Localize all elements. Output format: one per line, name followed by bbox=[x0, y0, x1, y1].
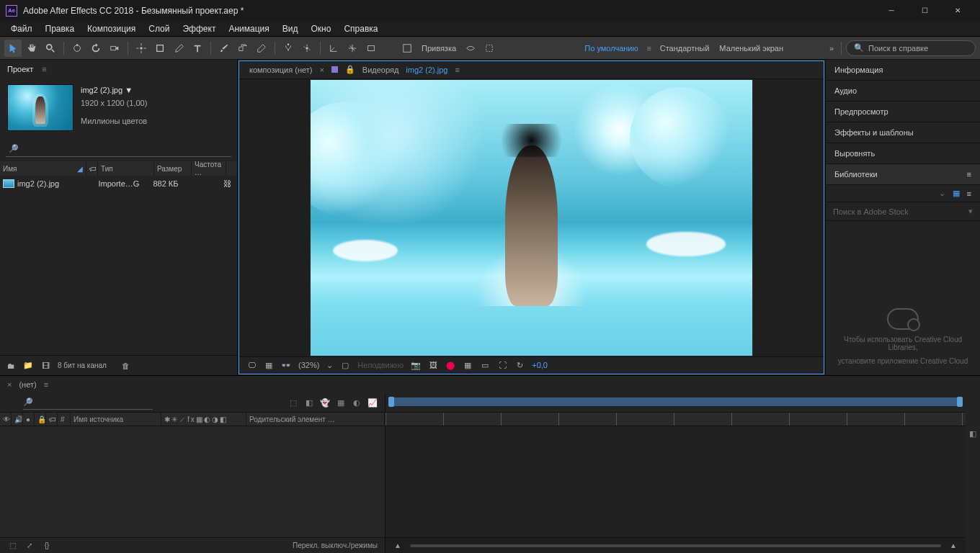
orbit-tool[interactable] bbox=[68, 40, 86, 57]
viewer-file-tab[interactable]: img2 (2).jpg bbox=[406, 66, 447, 74]
world-axis-icon[interactable] bbox=[344, 40, 361, 57]
eraser-tool[interactable] bbox=[253, 40, 270, 57]
close-button[interactable]: ✕ bbox=[941, 0, 974, 21]
panel-libraries[interactable]: Библиотеки≡ bbox=[826, 164, 980, 185]
menu-edit[interactable]: Правка bbox=[39, 22, 81, 35]
flowchart-icon[interactable]: ⛓ bbox=[220, 179, 237, 188]
zoom-slider[interactable] bbox=[410, 544, 941, 547]
3d-view-icon[interactable]: 👓 bbox=[281, 360, 291, 370]
time-navigator[interactable] bbox=[386, 393, 966, 412]
panel-menu-icon[interactable]: ≡ bbox=[967, 170, 971, 179]
zoom-in-icon[interactable]: ▲ bbox=[948, 541, 958, 551]
panel-audio[interactable]: Аудио bbox=[826, 81, 980, 102]
comp-none-tab[interactable]: композиция (нет) bbox=[249, 66, 312, 74]
puppet-tool[interactable] bbox=[298, 40, 316, 57]
menu-animation[interactable]: Анимация bbox=[222, 22, 275, 35]
workspace-small[interactable]: Маленький экран bbox=[715, 44, 788, 53]
roto-tool[interactable] bbox=[280, 40, 297, 57]
motion-blur-icon[interactable]: ◐ bbox=[352, 397, 362, 408]
dropdown-icon[interactable]: ▾ bbox=[968, 207, 973, 216]
clone-tool[interactable] bbox=[234, 40, 251, 57]
shy-icon[interactable]: 👻 bbox=[320, 397, 330, 408]
maximize-button[interactable]: ☐ bbox=[908, 0, 941, 21]
source-name-col[interactable]: Имя источника bbox=[71, 413, 161, 426]
timeline-search[interactable]: 🔎 bbox=[23, 395, 153, 410]
toggle-grid-icon[interactable]: ▢ bbox=[340, 360, 350, 370]
marker-bin-icon[interactable]: ◧ bbox=[969, 429, 976, 439]
mask-icon[interactable]: ▭ bbox=[480, 360, 490, 370]
panel-menu-icon[interactable]: ≡ bbox=[44, 380, 48, 389]
dropdown-icon[interactable]: ⌄ bbox=[939, 189, 945, 198]
workspace-standard[interactable]: Стандартный bbox=[656, 44, 714, 53]
menu-effect[interactable]: Эффект bbox=[176, 22, 222, 35]
rotation-tool[interactable] bbox=[87, 40, 104, 57]
close-tab-icon[interactable]: × bbox=[7, 380, 12, 389]
reset-exposure-icon[interactable]: ↻ bbox=[514, 360, 525, 370]
region-icon[interactable]: ⛶ bbox=[497, 360, 507, 370]
stock-search[interactable]: Поиск в Adobe Stock▾ bbox=[826, 202, 980, 221]
panel-effects[interactable]: Эффекты и шаблоны bbox=[826, 122, 980, 143]
snap-options-icon[interactable] bbox=[462, 40, 479, 57]
panel-menu-icon[interactable]: ≡ bbox=[455, 66, 459, 74]
menu-help[interactable]: Справка bbox=[337, 22, 384, 35]
timeline-tab[interactable]: (нет) bbox=[19, 380, 36, 389]
project-tab[interactable]: Проект bbox=[7, 65, 33, 73]
new-folder-icon[interactable]: 📁 bbox=[23, 361, 33, 371]
text-tool[interactable] bbox=[189, 40, 206, 57]
time-ruler[interactable] bbox=[386, 412, 966, 426]
panel-info[interactable]: Информация bbox=[826, 60, 980, 81]
parent-col[interactable]: Родительский элемент … bbox=[246, 413, 385, 426]
comp-mini-flowchart-icon[interactable]: ⬚ bbox=[288, 397, 298, 408]
view-axis-icon[interactable] bbox=[362, 40, 380, 57]
overflow-icon[interactable]: » bbox=[827, 43, 837, 53]
menu-window[interactable]: Окно bbox=[304, 22, 337, 35]
timeline-canvas[interactable] bbox=[386, 426, 966, 537]
panel-align[interactable]: Выровнять bbox=[826, 143, 980, 164]
zoom-tool[interactable] bbox=[42, 40, 59, 57]
video-col-icon[interactable]: 👁 bbox=[0, 413, 12, 426]
lock-icon[interactable]: 🔒 bbox=[345, 65, 355, 74]
menu-layer[interactable]: Слой bbox=[142, 22, 176, 35]
snapshot-icon[interactable]: 📷 bbox=[411, 360, 421, 370]
brush-tool[interactable] bbox=[215, 40, 233, 57]
footage-thumbnail[interactable] bbox=[7, 84, 74, 131]
frame-blend-icon[interactable]: ▦ bbox=[336, 397, 346, 408]
selection-tool[interactable] bbox=[4, 40, 22, 57]
anchor-tool[interactable] bbox=[133, 40, 150, 57]
zoom-dropdown[interactable]: (32%) bbox=[298, 361, 319, 369]
lock-col-icon[interactable]: 🔒 bbox=[35, 413, 46, 426]
trash-icon[interactable]: 🗑 bbox=[121, 361, 131, 371]
channel-icon[interactable]: ⬤ bbox=[445, 360, 455, 370]
draft3d-icon[interactable]: ◧ bbox=[304, 397, 314, 408]
minimize-button[interactable]: ─ bbox=[875, 0, 908, 21]
toggle-switches-icon[interactable]: ⬚ bbox=[7, 541, 17, 551]
snap-checkbox[interactable] bbox=[398, 40, 416, 57]
graph-editor-icon[interactable]: 📈 bbox=[368, 397, 378, 408]
close-tab-icon[interactable]: × bbox=[319, 66, 324, 74]
exposure-value[interactable]: +0,0 bbox=[532, 361, 548, 369]
menu-composition[interactable]: Композиция bbox=[81, 22, 142, 35]
toggle-alpha-icon[interactable]: ▦ bbox=[264, 360, 274, 370]
workspace-default[interactable]: По умолчанию bbox=[580, 44, 642, 53]
show-snapshot-icon[interactable]: 🖼 bbox=[428, 360, 438, 370]
hand-tool[interactable] bbox=[23, 40, 40, 57]
bpc-button[interactable]: 8 бит на канал bbox=[58, 361, 107, 369]
camera-tool[interactable] bbox=[106, 40, 123, 57]
audio-col-icon[interactable]: 🔊 bbox=[12, 413, 23, 426]
project-filter[interactable]: 🔎 bbox=[6, 141, 231, 157]
snap-bounds-icon[interactable] bbox=[481, 40, 498, 57]
dropdown-icon[interactable]: ⌄ bbox=[326, 361, 333, 370]
help-search[interactable]: 🔍 Поиск в справке bbox=[846, 40, 976, 56]
menu-file[interactable]: Файл bbox=[4, 22, 39, 35]
panel-preview[interactable]: Предпросмотр bbox=[826, 102, 980, 122]
timecode-icon[interactable] bbox=[7, 397, 17, 408]
new-comp-icon[interactable]: 🎞 bbox=[40, 361, 50, 371]
grid-view-icon[interactable]: ▦ bbox=[953, 189, 960, 198]
local-axis-icon[interactable] bbox=[325, 40, 342, 57]
transparent-grid-icon[interactable]: ▦ bbox=[463, 360, 473, 370]
list-view-icon[interactable]: ≡ bbox=[967, 189, 971, 198]
hamburger-icon[interactable]: ≡ bbox=[644, 43, 654, 53]
toggle-modes-button[interactable]: Перекл. выключ./режимы bbox=[293, 541, 378, 549]
pen-tool[interactable] bbox=[170, 40, 187, 57]
solo-col-icon[interactable]: ● bbox=[23, 413, 35, 426]
